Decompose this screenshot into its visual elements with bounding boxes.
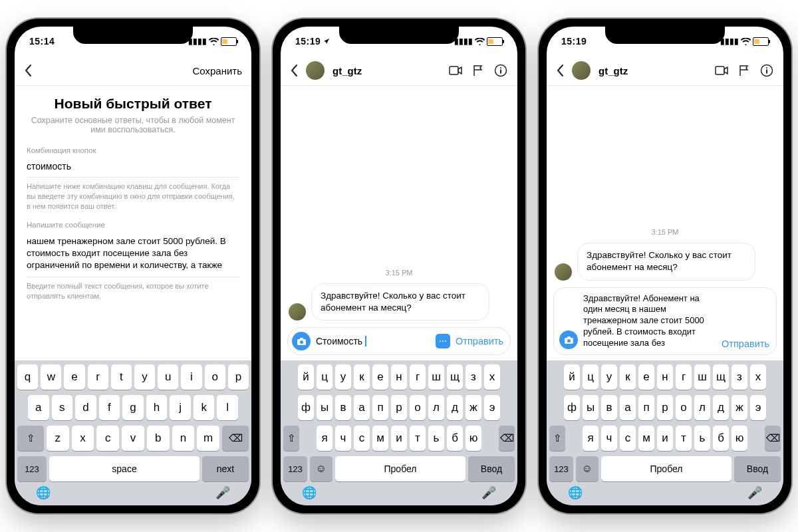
quick-reply-icon[interactable]: ⋯	[436, 334, 450, 348]
key-c[interactable]: c	[96, 426, 119, 451]
key-р[interactable]: р	[657, 395, 673, 420]
key-h[interactable]: h	[146, 395, 168, 420]
key-u[interactable]: u	[158, 364, 178, 390]
avatar[interactable]	[572, 61, 591, 80]
key-t[interactable]: t	[111, 364, 132, 390]
key-х[interactable]: х	[484, 364, 500, 390]
backspace-key[interactable]: ⌫	[765, 426, 781, 451]
key-d[interactable]: d	[75, 395, 96, 420]
key-p[interactable]: p	[228, 364, 249, 390]
key-z[interactable]: z	[47, 426, 69, 451]
key-v[interactable]: v	[122, 426, 144, 451]
globe-icon[interactable]: 🌐	[568, 485, 583, 500]
shift-key[interactable]: ⇧	[17, 426, 44, 451]
compose-bar[interactable]: Стоимость ⋯ Отправить	[287, 327, 511, 355]
key-м[interactable]: м	[638, 426, 654, 451]
key-y[interactable]: y	[134, 364, 155, 390]
back-button[interactable]	[290, 64, 298, 77]
key-э[interactable]: э	[484, 395, 500, 420]
sender-avatar[interactable]	[555, 263, 572, 281]
key-k[interactable]: k	[194, 395, 215, 420]
key-п[interactable]: п	[372, 395, 388, 420]
space-key[interactable]: space	[49, 456, 200, 481]
key-е[interactable]: е	[638, 364, 654, 390]
key-i[interactable]: i	[181, 364, 201, 390]
key-ш[interactable]: ш	[428, 364, 444, 390]
key-o[interactable]: o	[205, 364, 225, 390]
backspace-key[interactable]: ⌫	[222, 426, 249, 451]
key-ц[interactable]: ц	[317, 364, 332, 390]
key-з[interactable]: з	[732, 364, 747, 390]
key-a[interactable]: a	[28, 395, 49, 420]
send-button[interactable]: Отправить	[456, 336, 503, 346]
return-key[interactable]: Ввод	[734, 456, 781, 481]
back-button[interactable]	[24, 64, 32, 77]
shift-key[interactable]: ⇧	[549, 426, 565, 451]
key-а[interactable]: а	[354, 395, 370, 420]
key-f[interactable]: f	[99, 395, 120, 420]
key-д[interactable]: д	[447, 395, 463, 420]
globe-icon[interactable]: 🌐	[302, 485, 317, 500]
key-я[interactable]: я	[317, 426, 332, 451]
key-л[interactable]: л	[428, 395, 444, 420]
key-а[interactable]: а	[620, 395, 636, 420]
message-input[interactable]: нашем тренажерном зале стоит 5000 рублей…	[27, 229, 239, 278]
key-о[interactable]: о	[676, 395, 692, 420]
key-с[interactable]: с	[620, 426, 636, 451]
key-с[interactable]: с	[354, 426, 370, 451]
camera-button[interactable]	[559, 331, 578, 349]
key-q[interactable]: q	[17, 364, 38, 390]
key-б[interactable]: б	[713, 426, 729, 451]
mic-icon[interactable]: 🎤	[747, 485, 762, 500]
emoji-key[interactable]: ☺	[310, 456, 332, 481]
key-ь[interactable]: ь	[428, 426, 444, 451]
key-и[interactable]: и	[391, 426, 407, 451]
keyboard[interactable]: qwertyuiop asdfghjkl ⇧ zxcvbnm ⌫ 123 spa…	[15, 360, 251, 505]
key-s[interactable]: s	[52, 395, 73, 420]
key-б[interactable]: б	[447, 426, 463, 451]
key-ф[interactable]: ф	[298, 395, 314, 420]
return-key[interactable]: Ввод	[468, 456, 515, 481]
key-н[interactable]: н	[657, 364, 673, 390]
keyboard[interactable]: йцукенгшщзх фывапролджэ ⇧ ячсмитьбю ⌫ 12…	[547, 360, 783, 505]
compose-text[interactable]: Здравствуйте! Абонемент на один месяц в …	[583, 293, 716, 349]
key-д[interactable]: д	[713, 395, 729, 420]
key-ю[interactable]: ю	[732, 426, 747, 451]
key-e[interactable]: e	[64, 364, 84, 390]
username[interactable]: gt_gtz	[598, 65, 628, 76]
space-key[interactable]: Пробел	[335, 456, 466, 481]
key-у[interactable]: у	[335, 364, 351, 390]
key-р[interactable]: р	[391, 395, 407, 420]
key-п[interactable]: п	[638, 395, 654, 420]
key-щ[interactable]: щ	[447, 364, 463, 390]
key-и[interactable]: и	[657, 426, 673, 451]
compose-text[interactable]: Стоимость	[316, 336, 430, 346]
key-у[interactable]: у	[601, 364, 617, 390]
video-call-icon[interactable]	[714, 63, 729, 78]
flag-icon[interactable]	[471, 63, 485, 78]
key-к[interactable]: к	[620, 364, 636, 390]
key-й[interactable]: й	[564, 364, 580, 390]
key-ф[interactable]: ф	[564, 395, 580, 420]
video-call-icon[interactable]	[448, 63, 463, 78]
key-ж[interactable]: ж	[466, 395, 481, 420]
key-я[interactable]: я	[583, 426, 598, 451]
key-щ[interactable]: щ	[713, 364, 729, 390]
key-ч[interactable]: ч	[335, 426, 351, 451]
shift-key[interactable]: ⇧	[283, 426, 299, 451]
key-н[interactable]: н	[391, 364, 407, 390]
key-х[interactable]: х	[750, 364, 766, 390]
key-b[interactable]: b	[147, 426, 170, 451]
key-з[interactable]: з	[466, 364, 481, 390]
globe-icon[interactable]: 🌐	[36, 485, 51, 500]
key-ц[interactable]: ц	[583, 364, 598, 390]
keyboard[interactable]: йцукенгшщзх фывапролджэ ⇧ ячсмитьбю ⌫ 12…	[281, 360, 517, 505]
key-ы[interactable]: ы	[583, 395, 598, 420]
info-icon[interactable]	[493, 63, 508, 78]
key-n[interactable]: n	[172, 426, 195, 451]
numeric-key[interactable]: 123	[283, 456, 307, 481]
key-ш[interactable]: ш	[694, 364, 710, 390]
compose-bar[interactable]: Здравствуйте! Абонемент на один месяц в …	[553, 287, 777, 355]
key-r[interactable]: r	[88, 364, 108, 390]
key-ж[interactable]: ж	[732, 395, 747, 420]
